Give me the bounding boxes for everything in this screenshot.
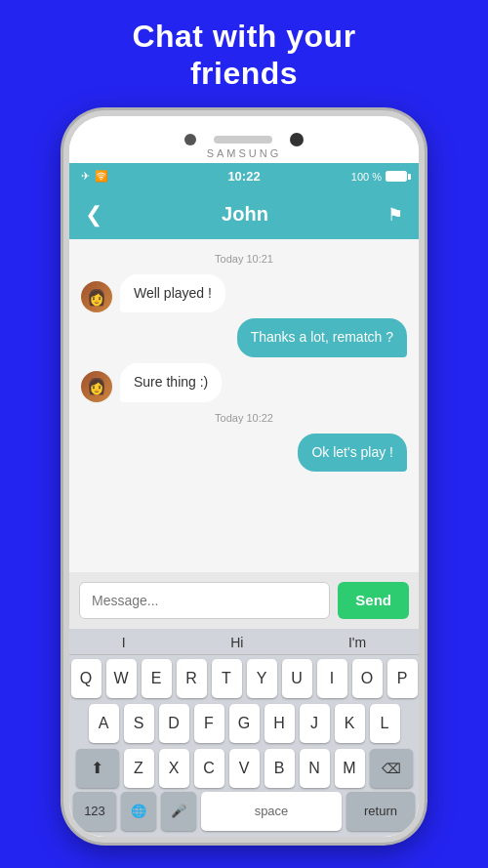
space-key[interactable]: space: [201, 792, 342, 831]
key-G[interactable]: G: [229, 704, 260, 743]
send-button[interactable]: Send: [338, 582, 409, 619]
bubble-sent: Thanks a lot, rematch ?: [237, 318, 407, 357]
key-P[interactable]: P: [387, 659, 418, 698]
key-B[interactable]: B: [264, 749, 295, 788]
key-W[interactable]: W: [106, 659, 137, 698]
message-row: Thanks a lot, rematch ?: [81, 318, 407, 357]
key-S[interactable]: S: [124, 704, 154, 743]
status-bar: ✈ 🛜 10:22 100 %: [69, 163, 419, 190]
bubble-sent: Ok let's play !: [298, 434, 407, 473]
camera-left: [184, 134, 196, 145]
camera-right: [290, 133, 304, 146]
battery-fill: [386, 172, 406, 181]
chat-header: ❮ John ⚑: [69, 190, 419, 239]
header-line1: Chat with your: [132, 19, 355, 54]
back-button[interactable]: ❮: [85, 202, 102, 227]
key-R[interactable]: R: [177, 659, 207, 698]
keyboard-suggestions: I Hi I'm: [69, 629, 419, 655]
phone-top: SAMSUNG: [69, 116, 419, 163]
delete-key[interactable]: ⌫: [370, 749, 413, 788]
keyboard: I Hi I'm Q W E R T Y U I O P: [69, 629, 419, 837]
speaker: [214, 136, 272, 144]
key-M[interactable]: M: [335, 749, 365, 788]
shift-key[interactable]: ⬆: [76, 749, 119, 788]
header-line2: friends: [190, 56, 298, 91]
globe-key[interactable]: 🌐: [121, 792, 156, 831]
phone-frame: SAMSUNG ✈ 🛜 10:22 100 % ❮ John ⚑: [63, 110, 425, 843]
phone-cameras: [184, 133, 304, 146]
message-row: 👩 Sure thing :): [81, 363, 407, 402]
keyboard-bottom-row: 123 🌐 🎤 space return: [69, 792, 419, 837]
page-header: Chat with your friends: [0, 0, 488, 103]
key-T[interactable]: T: [212, 659, 242, 698]
battery-percent: 100 %: [351, 171, 382, 183]
timestamp-1: Today 10:21: [81, 253, 407, 265]
avatar: 👩: [81, 371, 112, 402]
key-D[interactable]: D: [159, 704, 189, 743]
key-Q[interactable]: Q: [71, 659, 102, 698]
timestamp-2: Today 10:22: [81, 412, 407, 424]
samsung-label: SAMSUNG: [207, 147, 282, 159]
return-key[interactable]: return: [346, 792, 415, 831]
suggestion-Hi[interactable]: Hi: [230, 635, 243, 650]
key-row-3: ⬆ Z X C V B N M ⌫: [73, 749, 415, 788]
message-input[interactable]: [79, 582, 330, 619]
key-Z[interactable]: Z: [124, 749, 154, 788]
key-A[interactable]: A: [89, 704, 119, 743]
suggestion-Im[interactable]: I'm: [348, 635, 366, 650]
avatar: 👩: [81, 281, 112, 312]
bubble-received: Sure thing :): [120, 363, 222, 402]
status-left: ✈ 🛜: [81, 170, 108, 183]
battery-icon: [386, 171, 407, 182]
key-L[interactable]: L: [370, 704, 400, 743]
key-K[interactable]: K: [335, 704, 365, 743]
avatar-image: 👩: [81, 371, 112, 402]
chat-body: Today 10:21 👩 Well played ! Thanks a lot…: [69, 239, 419, 572]
key-V[interactable]: V: [229, 749, 260, 788]
status-right: 100 %: [351, 171, 407, 183]
key-U[interactable]: U: [282, 659, 312, 698]
key-Y[interactable]: Y: [247, 659, 277, 698]
flag-icon[interactable]: ⚑: [387, 204, 403, 226]
bubble-received: Well played !: [120, 274, 225, 313]
avatar-image: 👩: [81, 281, 112, 312]
key-123[interactable]: 123: [73, 792, 116, 831]
chat-contact-name: John: [222, 203, 268, 226]
key-O[interactable]: O: [352, 659, 383, 698]
mic-key[interactable]: 🎤: [161, 792, 196, 831]
key-F[interactable]: F: [194, 704, 224, 743]
key-J[interactable]: J: [300, 704, 330, 743]
key-E[interactable]: E: [142, 659, 172, 698]
key-rows: Q W E R T Y U I O P A S D F G: [69, 655, 419, 792]
key-C[interactable]: C: [194, 749, 224, 788]
status-time: 10:22: [227, 169, 260, 184]
message-input-area: Send: [69, 572, 419, 629]
wifi-icon: 🛜: [95, 170, 108, 183]
key-N[interactable]: N: [300, 749, 330, 788]
key-row-1: Q W E R T Y U I O P: [73, 659, 415, 698]
message-row: Ok let's play !: [81, 434, 407, 473]
key-I[interactable]: I: [317, 659, 347, 698]
airplane-icon: ✈: [81, 170, 90, 183]
key-H[interactable]: H: [264, 704, 295, 743]
suggestion-I[interactable]: I: [122, 635, 126, 650]
key-row-2: A S D F G H J K L: [73, 704, 415, 743]
message-row: 👩 Well played !: [81, 274, 407, 313]
key-X[interactable]: X: [159, 749, 189, 788]
